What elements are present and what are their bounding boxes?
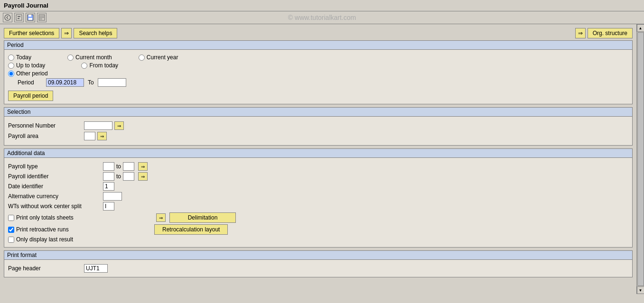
scroll-track[interactable]: [637, 32, 644, 286]
personnel-number-input[interactable]: [84, 121, 112, 130]
print-totals-checkbox-row: Print only totals sheets: [8, 214, 150, 221]
radio-current-month-group: Current month: [67, 54, 112, 61]
arrow-btn-1[interactable]: ⇒: [61, 28, 72, 38]
only-last-checkbox[interactable]: [8, 237, 14, 243]
scrollbar-right: ▲ ▼: [636, 24, 644, 294]
alternative-currency-label: Alternative currency: [8, 193, 103, 200]
date-identifier-label: Date identifier: [8, 183, 103, 190]
svg-rect-4: [28, 18, 32, 20]
watermark: © www.tutorialkart.com: [288, 14, 356, 21]
page-header-input[interactable]: [84, 264, 108, 273]
date-identifier-row: Date identifier: [8, 182, 628, 191]
payroll-identifier-to-label: to: [116, 173, 121, 180]
payroll-type-to-input[interactable]: [123, 162, 134, 171]
payroll-identifier-row: Payroll identifier to ⇒: [8, 172, 628, 181]
radio-current-month[interactable]: [67, 55, 74, 61]
find-icon[interactable]: [37, 13, 47, 22]
print-format-section-title: Print format: [4, 251, 632, 260]
wts-label: WTs without work center split: [8, 203, 103, 210]
delimitation-button[interactable]: Delimitation: [169, 212, 236, 223]
payroll-type-label: Payroll type: [8, 163, 103, 170]
period-section: Period Today Current month Curre: [4, 40, 633, 104]
search-helps-button[interactable]: Search helps: [74, 28, 117, 38]
period-radio-row-3: Other period: [8, 70, 628, 77]
radio-today-label: Today: [16, 54, 31, 61]
further-selections-button[interactable]: Further selections: [4, 28, 59, 38]
print-totals-label: Print only totals sheets: [16, 214, 74, 221]
date-identifier-input[interactable]: [103, 182, 114, 191]
additional-data-section-title: Additional data: [4, 149, 632, 158]
payroll-identifier-label: Payroll identifier: [8, 173, 103, 180]
arrow-btn-2[interactable]: ⇒: [575, 28, 586, 38]
alternative-currency-input[interactable]: [103, 192, 122, 201]
top-button-row: Further selections ⇒ Search helps ⇒ Org.…: [2, 26, 635, 39]
payroll-area-arrow-btn[interactable]: ⇒: [97, 132, 107, 140]
payroll-type-row: Payroll type to ⇒: [8, 162, 628, 171]
toolbar: © www.tutorialkart.com: [0, 11, 644, 24]
page-header-label: Page header: [8, 265, 84, 272]
save-icon[interactable]: [26, 13, 35, 22]
payroll-identifier-arrow-btn[interactable]: ⇒: [138, 172, 148, 181]
radio-today-group: Today: [8, 54, 31, 61]
payroll-area-label: Payroll area: [8, 133, 84, 139]
page-header-row: Page header: [8, 264, 628, 273]
back-icon[interactable]: [3, 13, 12, 22]
radio-from-today-group: From today: [81, 62, 118, 69]
personnel-number-label: Personnel Number: [8, 122, 84, 129]
print-retroactive-checkbox[interactable]: [8, 227, 14, 233]
radio-from-today[interactable]: [81, 63, 87, 69]
wts-row: WTs without work center split: [8, 202, 628, 211]
print-retroactive-label: Print retroactive runs: [16, 226, 69, 233]
radio-up-to-today[interactable]: [8, 63, 14, 69]
radio-current-year[interactable]: [139, 55, 145, 61]
selection-section-title: Selection: [4, 108, 632, 117]
radio-other-period-group: Other period: [8, 70, 48, 77]
period-radio-row-2: Up to today From today: [8, 62, 628, 69]
payroll-type-arrow-btn[interactable]: ⇒: [138, 162, 148, 171]
print-retroactive-row: Print retroactive runs Retrocalculation …: [8, 224, 628, 235]
payroll-type-input[interactable]: [103, 162, 114, 171]
payroll-period-button[interactable]: Payroll period: [8, 91, 53, 101]
period-date-row: Period To: [18, 78, 628, 87]
payroll-area-input[interactable]: [84, 132, 95, 140]
period-label: Period: [18, 79, 46, 86]
print-totals-checkbox[interactable]: [8, 215, 14, 221]
period-section-title: Period: [4, 41, 632, 50]
only-last-label: Only display last result: [16, 236, 73, 243]
svg-point-0: [5, 15, 10, 20]
period-to-input[interactable]: [98, 78, 126, 87]
radio-up-to-today-label: Up to today: [16, 62, 45, 69]
payroll-area-row: Payroll area ⇒: [8, 132, 628, 140]
title-bar: Payroll Journal: [0, 0, 644, 11]
svg-rect-3: [28, 15, 31, 17]
svg-rect-1: [16, 15, 22, 20]
payroll-identifier-to-input[interactable]: [123, 172, 134, 181]
radio-current-month-label: Current month: [75, 54, 112, 61]
personnel-number-arrow-btn[interactable]: ⇒: [114, 121, 124, 130]
forward-icon[interactable]: [14, 13, 24, 22]
additional-data-section: Additional data Payroll type to ⇒ Payrol…: [4, 148, 633, 248]
app-title: Payroll Journal: [4, 2, 48, 9]
print-format-section: Print format Page header: [4, 250, 633, 277]
only-last-row: Only display last result: [8, 236, 628, 243]
print-retroactive-checkbox-row: Print retroactive runs: [8, 226, 150, 233]
period-from-input[interactable]: [46, 78, 84, 87]
retrocalculation-button[interactable]: Retrocalculation layout: [154, 224, 228, 235]
selection-section: Selection Personnel Number ⇒ Payroll are…: [4, 107, 633, 146]
scroll-up-arrow[interactable]: ▲: [637, 24, 644, 32]
delimitation-arrow-btn[interactable]: ⇒: [156, 213, 166, 222]
radio-other-period-label: Other period: [16, 70, 48, 77]
wts-input[interactable]: [103, 202, 114, 211]
radio-other-period[interactable]: [8, 71, 14, 77]
alternative-currency-row: Alternative currency: [8, 192, 628, 201]
radio-current-year-label: Current year: [147, 54, 178, 61]
period-radio-row-1: Today Current month Current year: [8, 54, 628, 61]
radio-from-today-label: From today: [89, 62, 118, 69]
radio-up-to-today-group: Up to today: [8, 62, 45, 69]
radio-today[interactable]: [8, 55, 14, 61]
radio-current-year-group: Current year: [139, 54, 178, 61]
scroll-down-arrow[interactable]: ▼: [637, 286, 644, 294]
payroll-identifier-input[interactable]: [103, 172, 114, 181]
org-structure-button[interactable]: Org. structure: [588, 28, 633, 38]
personnel-number-row: Personnel Number ⇒: [8, 121, 628, 130]
